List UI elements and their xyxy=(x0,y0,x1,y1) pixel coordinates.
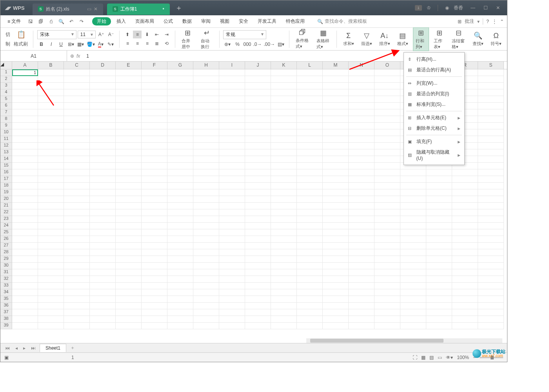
cell[interactable] xyxy=(271,316,297,323)
cell[interactable] xyxy=(142,229,167,236)
cell[interactable] xyxy=(167,296,193,303)
cell[interactable] xyxy=(478,163,504,169)
cell[interactable] xyxy=(219,103,245,109)
cell[interactable] xyxy=(90,229,116,236)
cell[interactable] xyxy=(374,123,400,129)
cell[interactable] xyxy=(349,129,374,136)
cell[interactable] xyxy=(297,249,323,256)
cell[interactable] xyxy=(452,276,478,283)
cell[interactable] xyxy=(323,149,349,156)
cell[interactable] xyxy=(478,169,504,176)
cell[interactable] xyxy=(116,116,142,123)
cell[interactable] xyxy=(271,116,297,123)
saveas-icon[interactable]: 🗐 xyxy=(36,17,45,26)
cell[interactable] xyxy=(38,136,64,143)
select-all-corner[interactable]: ◢ xyxy=(0,62,12,69)
cell[interactable] xyxy=(426,209,452,216)
cell[interactable] xyxy=(426,169,452,176)
cell[interactable] xyxy=(297,149,323,156)
cell[interactable] xyxy=(374,309,400,316)
cell[interactable] xyxy=(116,296,142,303)
cell[interactable] xyxy=(90,303,116,309)
cell[interactable] xyxy=(374,116,400,123)
cell[interactable] xyxy=(12,243,38,249)
cell[interactable] xyxy=(64,69,90,76)
cell[interactable] xyxy=(167,236,193,243)
cell[interactable] xyxy=(245,109,271,116)
cell[interactable] xyxy=(349,249,374,256)
cell[interactable] xyxy=(219,143,245,149)
cell[interactable] xyxy=(90,263,116,269)
indent-dec-icon[interactable]: ⇤ xyxy=(153,31,161,38)
cell[interactable] xyxy=(245,289,271,296)
cell[interactable] xyxy=(323,136,349,143)
cell[interactable] xyxy=(142,249,167,256)
undo-icon[interactable]: ↶ xyxy=(67,17,76,26)
cell[interactable] xyxy=(452,236,478,243)
cell[interactable] xyxy=(297,103,323,109)
cell[interactable] xyxy=(12,236,38,243)
cell[interactable] xyxy=(90,316,116,323)
cell[interactable] xyxy=(349,283,374,289)
rowhdr[interactable]: 7 xyxy=(0,109,12,116)
cell[interactable] xyxy=(374,296,400,303)
cell[interactable] xyxy=(452,196,478,203)
cell[interactable] xyxy=(297,223,323,229)
cell[interactable] xyxy=(219,243,245,249)
cell[interactable] xyxy=(142,109,167,116)
cell[interactable] xyxy=(478,103,504,109)
rowhdr[interactable]: 23 xyxy=(0,216,12,223)
cell[interactable] xyxy=(193,249,219,256)
cell[interactable] xyxy=(12,256,38,263)
fx-icon[interactable]: fx xyxy=(76,53,80,59)
cell[interactable] xyxy=(142,303,167,309)
cell[interactable] xyxy=(323,216,349,223)
cell[interactable] xyxy=(64,196,90,203)
cell[interactable] xyxy=(374,323,400,329)
cell[interactable] xyxy=(116,283,142,289)
rowhdr[interactable]: 6 xyxy=(0,103,12,109)
rowhdr[interactable]: 37 xyxy=(0,309,12,316)
cell[interactable] xyxy=(349,323,374,329)
rowhdr[interactable]: 36 xyxy=(0,303,12,309)
cell[interactable] xyxy=(193,223,219,229)
cell[interactable] xyxy=(167,123,193,129)
rowhdr[interactable]: 30 xyxy=(0,263,12,269)
cell[interactable] xyxy=(142,89,167,96)
colhdr-C[interactable]: C xyxy=(64,62,90,69)
cell[interactable] xyxy=(349,269,374,276)
cell[interactable] xyxy=(349,183,374,189)
cell[interactable] xyxy=(64,123,90,129)
cell[interactable] xyxy=(193,83,219,89)
cell[interactable] xyxy=(142,176,167,183)
maximize-button[interactable]: ☐ xyxy=(480,3,491,13)
cell[interactable] xyxy=(219,69,245,76)
cell[interactable] xyxy=(193,263,219,269)
cell[interactable] xyxy=(38,229,64,236)
cell[interactable] xyxy=(116,189,142,196)
cell[interactable] xyxy=(349,96,374,103)
cell[interactable] xyxy=(297,176,323,183)
cell[interactable] xyxy=(64,276,90,283)
rowhdr[interactable]: 31 xyxy=(0,269,12,276)
cell[interactable] xyxy=(478,69,504,76)
cell[interactable] xyxy=(90,76,116,83)
cell[interactable] xyxy=(38,223,64,229)
bold-icon[interactable]: B xyxy=(37,40,46,48)
cell[interactable] xyxy=(323,309,349,316)
cell[interactable] xyxy=(12,263,38,269)
search-box[interactable]: 查找命令、搜索模板 xyxy=(325,18,367,25)
cell[interactable] xyxy=(64,309,90,316)
cell[interactable] xyxy=(116,289,142,296)
cell[interactable] xyxy=(12,149,38,156)
cell[interactable] xyxy=(426,276,452,283)
cell[interactable] xyxy=(245,256,271,263)
cell[interactable] xyxy=(374,276,400,283)
cell[interactable] xyxy=(426,256,452,263)
cell[interactable] xyxy=(193,283,219,289)
cell[interactable] xyxy=(167,69,193,76)
cell[interactable] xyxy=(142,209,167,216)
cell[interactable] xyxy=(297,216,323,223)
cell[interactable] xyxy=(38,123,64,129)
cell[interactable] xyxy=(374,263,400,269)
